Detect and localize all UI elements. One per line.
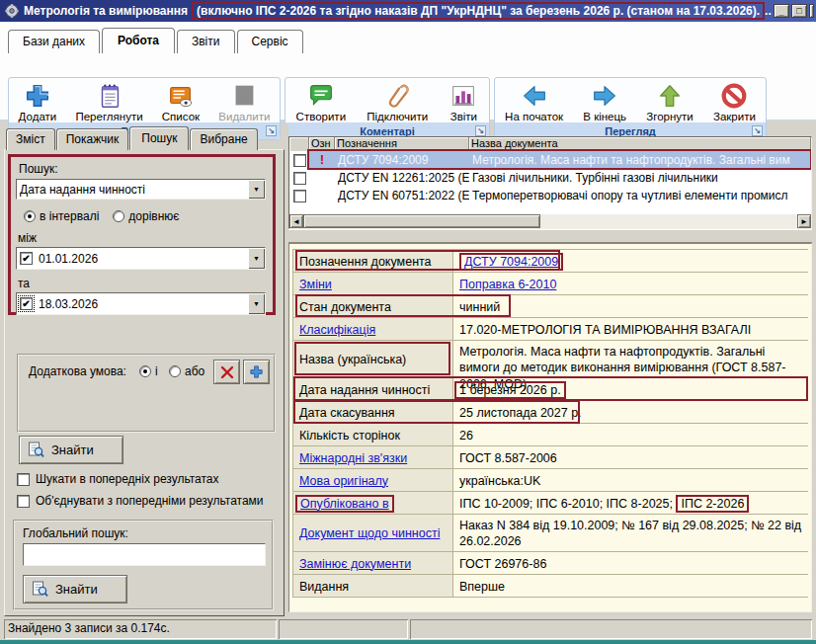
tab-search[interactable]: Пошук	[129, 126, 189, 150]
classification-link[interactable]: Класифікація	[299, 323, 375, 337]
comment-reports-button[interactable]: Звіти	[443, 80, 484, 123]
detail-row-effective-date: Дата надання чинності 1 березня 2026 р.	[293, 378, 808, 401]
tab-reports[interactable]: Звіти	[177, 30, 235, 53]
row-checkbox[interactable]	[293, 172, 306, 185]
dialog-launcher-icon[interactable]: ↘	[752, 125, 763, 136]
scroll-left-icon[interactable]: ◄	[289, 214, 303, 228]
column-checkbox	[289, 137, 309, 151]
close-button[interactable]	[809, 4, 814, 18]
horizontal-splitter[interactable]	[288, 229, 812, 243]
add-button[interactable]: Додати	[13, 80, 63, 123]
merge-with-previous-checkbox[interactable]: Об'єднувати з попередніми результатами	[17, 494, 264, 508]
scrollbar-thumb[interactable]	[303, 214, 540, 228]
view-button[interactable]: Переглянути	[69, 80, 148, 123]
search-doc-icon	[28, 442, 44, 458]
global-search-input[interactable]	[23, 543, 266, 566]
search-panel: Пошук: Дата надання чинності ▼ в інтерва…	[4, 149, 285, 616]
date-to-checkbox[interactable]: ✔	[20, 297, 33, 310]
chevron-down-icon[interactable]: ▼	[248, 248, 265, 269]
amendment-link[interactable]: Поправка 6-2010	[459, 278, 556, 291]
radio-equals[interactable]: дорівнює	[113, 209, 179, 223]
designation-link[interactable]: ДСТУ 7094:2009	[464, 255, 558, 269]
tab-work[interactable]: Робота	[102, 28, 175, 53]
date-to-picker[interactable]: ✔ 18.03.2026 ▼	[16, 292, 266, 315]
tab-databases[interactable]: Бази даних	[8, 30, 100, 53]
column-designation[interactable]: Позначення	[335, 137, 469, 151]
ribbon-group-view: На початок В кінець Згорнути	[494, 77, 767, 140]
attach-comment-button[interactable]: Підключити	[361, 80, 434, 123]
remove-condition-button[interactable]	[213, 360, 240, 384]
replaces-documents-link[interactable]: Замінює документи	[299, 557, 411, 571]
table-row[interactable]: ! ДСТУ 7094:2009 Метрологія. Маса нафти …	[289, 151, 811, 169]
tab-contents[interactable]: Зміст	[6, 128, 55, 150]
add-condition-button[interactable]	[243, 360, 270, 384]
table-row[interactable]: ДСТУ EN 60751:2022 (EN Термоперетворювач…	[289, 187, 811, 204]
delete-disabled-icon	[229, 81, 259, 111]
ribbon-group-comments: Створити Підключити	[285, 77, 490, 140]
search-in-previous-checkbox[interactable]: Шукати в попередніх результатах	[17, 472, 219, 486]
horizontal-scrollbar[interactable]: ◄ ►	[289, 214, 811, 228]
results-table: Озн Позначення Назва документа ! ДСТУ 70…	[288, 136, 812, 229]
detail-row-title-ua: Назва (українська) Метрологія. Маса нафт…	[293, 341, 808, 378]
detail-row-replaces: Замінює документи ГОСТ 26976-86	[293, 552, 808, 575]
scroll-right-icon[interactable]: ►	[797, 214, 811, 228]
tab-service[interactable]: Сервіс	[237, 30, 303, 53]
row-checkbox[interactable]	[293, 190, 306, 202]
find-button[interactable]: Знайти	[19, 436, 123, 464]
search-field-select[interactable]: Дата надання чинності ▼	[16, 179, 266, 200]
radio-and[interactable]: і	[139, 364, 158, 378]
tab-index[interactable]: Покажчик	[56, 128, 129, 150]
date-from-checkbox[interactable]: ✔	[20, 252, 33, 265]
global-find-button[interactable]: Знайти	[23, 575, 127, 604]
international-relations-link[interactable]: Міжнародні зв'язки	[299, 451, 407, 465]
radio-or[interactable]: або	[169, 364, 204, 378]
title-bar: Метрологія та вимірювання (включно ІПС 2…	[0, 0, 816, 22]
collapse-button[interactable]: Згорнути	[640, 80, 698, 123]
to-end-button[interactable]: В кінець	[577, 80, 632, 123]
app-window: Метрологія та вимірювання (включно ІПС 2…	[0, 0, 816, 640]
arrow-up-icon	[655, 81, 685, 111]
detail-row-international: Міжнародні зв'язки ГОСТ 8.587-2006	[293, 446, 808, 469]
global-search-group: Глобальний пошук: Знайти	[13, 520, 274, 610]
tab-favorites[interactable]: Вибране	[190, 128, 257, 150]
plus-icon	[23, 81, 52, 111]
list-icon	[166, 81, 196, 111]
original-language-link[interactable]: Мова оригіналу	[299, 474, 388, 488]
row-checkbox[interactable]	[293, 154, 306, 167]
paperclip-icon	[382, 81, 412, 111]
search-annotation-box: Пошук: Дата надання чинності ▼ в інтерва…	[8, 154, 276, 315]
to-start-button[interactable]: На початок	[499, 80, 569, 123]
left-panel-tabs: Зміст Покажчик Пошук Вибране	[6, 127, 259, 150]
minimize-button[interactable]: _	[774, 4, 789, 18]
blue-plus-icon	[249, 364, 264, 379]
window-title: Метрологія та вимірювання	[24, 4, 188, 18]
detail-row-language: Мова оригіналу українська:UK	[293, 469, 808, 492]
chevron-down-icon[interactable]: ▼	[248, 293, 265, 314]
changes-link[interactable]: Зміни	[299, 278, 332, 291]
published-in-link[interactable]: Опубліковано в	[300, 497, 389, 511]
document-details: Позначення документа ДСТУ 7094:2009 Змін…	[288, 243, 812, 612]
radio-in-interval[interactable]: в інтервалі	[24, 209, 99, 223]
window-title-highlighted: (включно ІПС 2-2026 та згідно наказів ДП…	[192, 2, 765, 20]
date-from-picker[interactable]: ✔ 01.01.2026 ▼	[16, 247, 266, 270]
and-label: та	[18, 277, 273, 290]
maximize-button[interactable]: □	[791, 4, 807, 18]
list-button[interactable]: Список	[156, 80, 205, 123]
arrow-left-icon	[520, 81, 549, 111]
table-row[interactable]: ДСТУ EN 12261:2025 (EN Газові лічильники…	[289, 169, 811, 187]
delete-button: Видалити	[212, 80, 276, 123]
validity-document-link[interactable]: Документ щодо чинності	[299, 526, 440, 540]
arrow-right-icon	[590, 81, 619, 111]
column-flag[interactable]: Озн	[309, 137, 335, 151]
group-caption-view: Перегляд	[605, 125, 656, 137]
create-comment-button[interactable]: Створити	[290, 80, 352, 123]
global-search-label: Глобальний пошук:	[23, 526, 128, 540]
chevron-down-icon[interactable]: ▼	[248, 180, 265, 199]
column-name[interactable]: Назва документа	[469, 137, 811, 151]
exclamation-icon: !	[309, 151, 335, 169]
close-view-button[interactable]: Закрити	[707, 80, 762, 123]
dialog-launcher-icon[interactable]: ↘	[266, 125, 277, 136]
detail-row-designation: Позначення документа ДСТУ 7094:2009	[293, 250, 808, 273]
dialog-launcher-icon[interactable]: ↘	[475, 125, 486, 136]
speech-bubble-icon	[306, 81, 336, 111]
